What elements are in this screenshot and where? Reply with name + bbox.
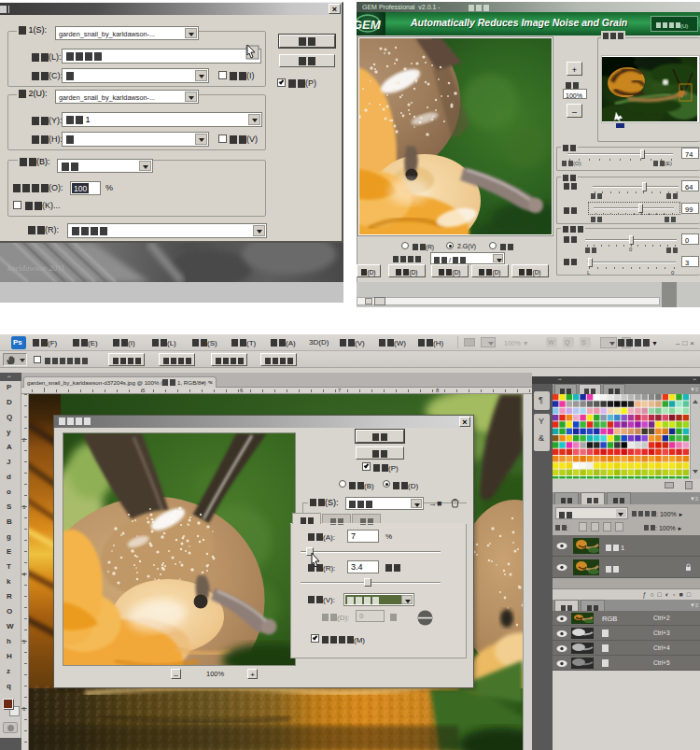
svg-text:GEM: GEM	[357, 18, 382, 32]
svg-text:karldawson 2011: karldawson 2011	[7, 263, 65, 273]
